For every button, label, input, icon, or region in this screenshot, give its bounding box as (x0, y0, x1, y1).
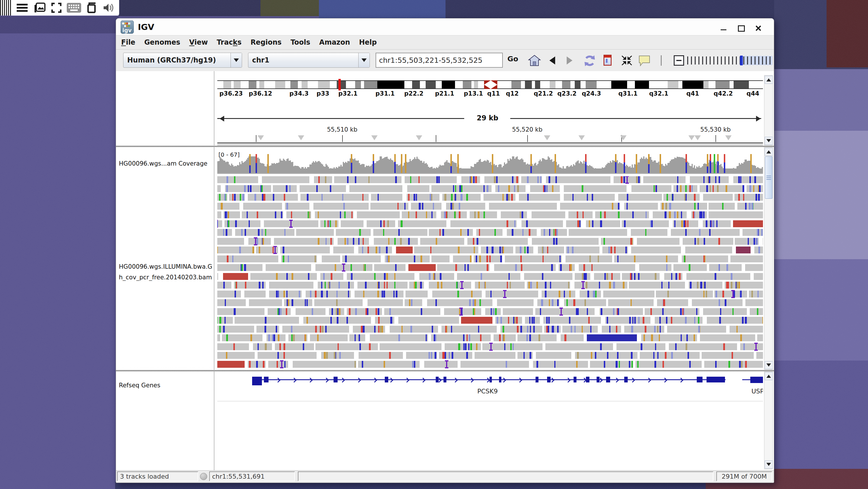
maximize-button[interactable] (737, 24, 745, 32)
scrollbar-panel1[interactable] (764, 75, 773, 145)
mismatch-tick (378, 194, 379, 201)
scroll-down-icon[interactable] (765, 361, 773, 369)
gene-name-usp24[interactable]: USP2 (751, 387, 763, 395)
region-marker-icon[interactable] (725, 135, 732, 143)
scroll-up-icon[interactable] (765, 76, 773, 84)
region-marker-icon[interactable] (371, 135, 378, 143)
panel-splitter[interactable] (116, 145, 774, 147)
zoom-tick (747, 56, 748, 64)
go-button[interactable]: Go (507, 55, 518, 63)
chevron-down-icon[interactable] (230, 53, 242, 67)
region-marker-icon[interactable] (688, 135, 695, 143)
menu-icon[interactable] (17, 4, 28, 12)
mismatch-tick (342, 194, 343, 201)
read-segment (457, 273, 520, 280)
mismatch-tick (325, 326, 327, 333)
fit-to-window-icon[interactable] (621, 55, 633, 67)
zoom-out-icon[interactable] (674, 55, 684, 66)
speaker-icon[interactable] (102, 3, 114, 13)
screenshot-icon[interactable] (33, 2, 46, 13)
mismatch-tick (247, 211, 248, 218)
scroll-up-icon[interactable] (765, 148, 773, 156)
mismatch-tick (502, 326, 504, 333)
mismatch-tick (514, 317, 516, 324)
zoom-slider-thumb[interactable] (740, 56, 743, 65)
back-icon[interactable] (549, 56, 555, 64)
scrollbar-thumb[interactable] (765, 156, 772, 199)
panel-splitter[interactable] (116, 370, 774, 372)
close-button[interactable] (755, 24, 763, 32)
mismatch-tick (361, 326, 363, 333)
genome-select[interactable]: Human (GRCh37/hg19) (123, 53, 242, 68)
mismatch-tick (611, 247, 612, 253)
strand-arrow-icon (372, 378, 377, 383)
mismatch-tick (289, 185, 290, 192)
forward-icon[interactable] (567, 56, 572, 64)
scroll-up-icon[interactable] (765, 372, 773, 380)
mismatch-tick (689, 361, 691, 368)
menu-item-file[interactable]: File (121, 38, 135, 46)
mismatch-tick (478, 326, 479, 333)
coverage-plot[interactable]: [0 - 67] (217, 152, 763, 174)
locus-input[interactable] (376, 53, 503, 68)
scroll-down-icon[interactable] (765, 137, 773, 145)
coverage-track-label[interactable]: HG00096.wgs...am Coverage (119, 160, 213, 167)
coverage-snp-bar (530, 154, 532, 173)
mismatch-tick (262, 238, 264, 245)
menu-item-help[interactable]: Help (359, 38, 377, 46)
region-tool-icon[interactable] (603, 55, 612, 66)
memory-usage-status[interactable]: 291M of 700M (716, 471, 772, 481)
gene-track[interactable]: PCSK9USP2 (217, 376, 763, 425)
genes-track-label[interactable]: Refseq Genes (119, 382, 213, 389)
menu-item-regions[interactable]: Regions (250, 38, 281, 46)
ideogram-band-label: p32.1 (338, 90, 358, 97)
tooltip-bubble-icon[interactable] (638, 55, 651, 68)
mismatch-tick (478, 211, 479, 218)
read-segment (565, 255, 612, 262)
chromosome-ideogram[interactable]: p36.23p36.12p34.3p33p32.1p31.1p22.2p21.1… (217, 80, 763, 98)
menu-item-tools[interactable]: Tools (290, 38, 310, 46)
mismatch-tick (694, 238, 696, 245)
menu-item-amazon[interactable]: Amazon (319, 38, 350, 46)
menu-item-tracks[interactable]: Tracks (217, 38, 242, 46)
menu-item-view[interactable]: View (189, 38, 208, 46)
alignment-track-label-line2[interactable]: h_cov_pcr_free.20140203.bam (119, 274, 213, 281)
coverage-snp-bar (624, 154, 625, 173)
label-data-divider[interactable] (214, 71, 214, 470)
region-marker-icon[interactable] (620, 135, 626, 143)
fullscreen-icon[interactable] (51, 3, 62, 13)
menu-item-genomes[interactable]: Genomes (144, 38, 180, 46)
strand-arrow-icon (308, 378, 313, 383)
scrollbar-panel2[interactable] (764, 147, 773, 370)
alignment-track-label-line1[interactable]: HG00096.wgs.ILLUMINA.bwa.G (119, 263, 213, 270)
alignment-reads[interactable] (217, 176, 763, 370)
home-icon[interactable] (528, 55, 541, 67)
region-marker-icon[interactable] (298, 135, 304, 143)
mismatch-tick (293, 334, 295, 341)
chromosome-select[interactable]: chr1 (248, 53, 370, 68)
mismatch-tick (657, 326, 658, 333)
region-marker-icon[interactable] (544, 135, 550, 143)
region-marker-icon[interactable] (257, 135, 264, 143)
title-bar[interactable]: igv IGV (116, 19, 774, 35)
chevron-down-icon[interactable] (358, 53, 370, 67)
region-marker-icon[interactable] (579, 135, 585, 143)
mismatch-tick (529, 229, 530, 236)
mismatch-tick (685, 229, 687, 236)
taskbar-grip-handle[interactable] (0, 0, 11, 16)
region-marker-icon[interactable] (416, 135, 422, 143)
keyboard-icon[interactable] (67, 3, 81, 13)
mismatch-tick (396, 291, 398, 297)
region-marker-icon[interactable] (694, 135, 701, 143)
refresh-icon[interactable] (583, 55, 597, 68)
minimize-button[interactable] (720, 24, 727, 32)
gene-name-pcsk9[interactable]: PCSK9 (477, 387, 498, 395)
scroll-down-icon[interactable] (765, 460, 773, 468)
copy-window-icon[interactable] (86, 2, 97, 13)
mismatch-tick (508, 194, 509, 201)
scrollbar-panel3[interactable] (764, 372, 773, 469)
mismatch-tick (279, 343, 281, 350)
mismatch-tick (710, 220, 711, 227)
ruler[interactable]: 29 kb 55,510 kb55,520 kb55,530 kb (217, 113, 763, 146)
read-segment (296, 229, 334, 236)
